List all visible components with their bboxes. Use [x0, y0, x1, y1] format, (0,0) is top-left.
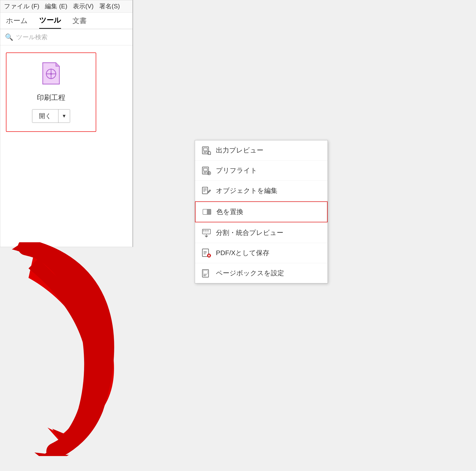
edit-object-icon — [202, 186, 211, 196]
menu-item-split-merge[interactable]: 分割・統合プレビュー — [195, 223, 327, 243]
svg-rect-29 — [205, 231, 207, 232]
tool-card-print: 印刷工程 開く ▼ — [6, 52, 96, 132]
tab-document[interactable]: 文書 — [72, 16, 87, 29]
pagebox-icon — [202, 269, 211, 278]
pagebox-label: ページボックスを設定 — [216, 269, 284, 278]
svg-rect-23 — [203, 209, 211, 215]
menu-item-preflight[interactable]: プリフライト — [195, 161, 327, 181]
search-bar: 🔍 ツール検索 — [0, 29, 133, 45]
svg-point-17 — [208, 172, 210, 174]
curved-red-arrow — [12, 242, 131, 456]
svg-rect-28 — [203, 231, 204, 232]
preflight-icon — [202, 166, 211, 175]
tool-icon-container — [40, 62, 62, 86]
menu-item-output-preview[interactable]: ! 出力プレビュー — [195, 140, 327, 161]
output-preview-icon: ! — [202, 146, 211, 155]
split-merge-icon — [202, 228, 211, 237]
left-panel: ファイル (F) 編集 (E) 表示(V) 署名(S) ホーム ツール 文書 🔍… — [0, 0, 133, 247]
search-placeholder: ツール検索 — [16, 33, 48, 41]
open-button-dropdown[interactable]: ▼ — [58, 109, 70, 123]
svg-rect-25 — [203, 230, 204, 231]
print-production-icon — [40, 62, 62, 85]
menu-sign[interactable]: 署名(S) — [99, 2, 120, 10]
menu-bar: ファイル (F) 編集 (E) 表示(V) 署名(S) — [0, 0, 133, 13]
svg-rect-40 — [203, 270, 208, 274]
svg-point-9 — [207, 151, 211, 155]
save-pdfx-icon — [202, 248, 211, 258]
open-button-group: 開く ▼ — [32, 109, 70, 123]
menu-item-save-pdfx[interactable]: PDF/Xとして保存 — [195, 243, 327, 263]
tool-label: 印刷工程 — [37, 93, 65, 103]
output-preview-label: 出力プレビュー — [216, 146, 263, 155]
replace-color-icon — [202, 207, 212, 217]
search-icon: 🔍 — [5, 33, 13, 41]
preflight-label: プリフライト — [216, 166, 257, 175]
menu-view[interactable]: 表示(V) — [73, 2, 94, 10]
save-pdfx-label: PDF/Xとして保存 — [216, 249, 269, 257]
replace-color-label: 色を置換 — [216, 207, 243, 216]
open-button-main[interactable]: 開く — [32, 109, 58, 123]
svg-rect-26 — [205, 230, 207, 231]
split-merge-label: 分割・統合プレビュー — [216, 228, 283, 237]
svg-rect-6 — [204, 148, 207, 151]
svg-rect-30 — [207, 231, 209, 232]
menu-edit[interactable]: 編集 (E) — [45, 2, 67, 10]
tool-card-area: 印刷工程 開く ▼ — [0, 45, 133, 139]
svg-rect-18 — [202, 187, 208, 194]
svg-line-10 — [210, 154, 211, 155]
svg-rect-13 — [204, 168, 207, 171]
menu-item-replace-color[interactable]: 色を置換 — [195, 202, 327, 222]
tab-bar: ホーム ツール 文書 — [0, 13, 133, 29]
tab-tools[interactable]: ツール — [39, 16, 61, 29]
menu-item-pagebox[interactable]: ページボックスを設定 — [195, 263, 327, 283]
edit-object-label: オブジェクトを編集 — [216, 186, 277, 195]
menu-item-edit-object[interactable]: オブジェクトを編集 — [195, 181, 327, 201]
tab-home[interactable]: ホーム — [6, 16, 28, 29]
svg-point-3 — [50, 73, 52, 75]
svg-text:!: ! — [208, 152, 209, 154]
dropdown-menu: ! 出力プレビュー プリフライト — [195, 140, 328, 283]
menu-file[interactable]: ファイル (F) — [4, 2, 39, 10]
svg-rect-27 — [207, 230, 209, 231]
